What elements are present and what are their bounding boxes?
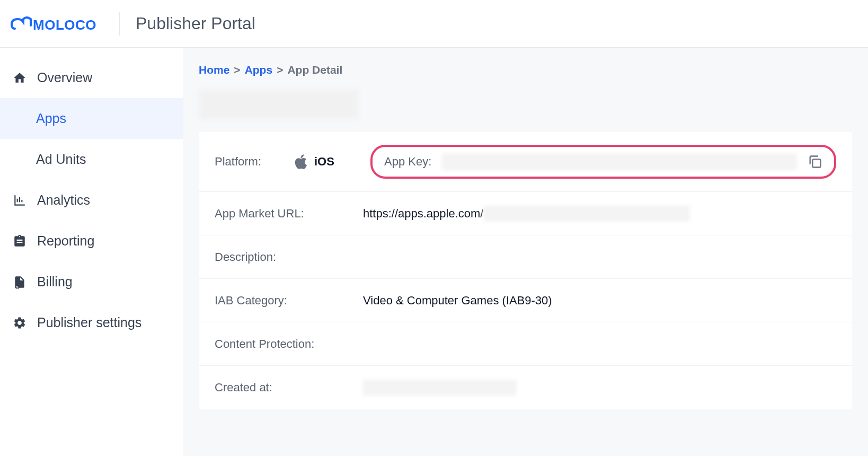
clipboard-icon [13, 234, 26, 248]
market-url-label: App Market URL: [215, 207, 363, 221]
breadcrumb: Home > Apps > App Detail [199, 64, 852, 76]
breadcrumb-apps[interactable]: Apps [245, 64, 273, 76]
platform-value: iOS [314, 155, 334, 169]
chart-icon [13, 194, 26, 207]
app-key-value-redacted [442, 153, 797, 170]
sidebar-item-label: Reporting [37, 233, 94, 249]
detail-row-iab: IAB Category: Video & Computer Games (IA… [199, 279, 852, 322]
iab-label: IAB Category: [215, 294, 363, 308]
main-content: Home > Apps > App Detail Platform: iOS [183, 48, 868, 456]
svg-rect-3 [812, 159, 820, 167]
sidebar-item-label: Publisher settings [37, 315, 141, 330]
svg-text:MOLOCO: MOLOCO [33, 17, 96, 33]
iab-value: Video & Computer Games (IAB9-30) [363, 294, 552, 308]
sidebar: Overview Apps Ad Units Analytics Reporti… [0, 48, 183, 456]
created-at-redacted [363, 380, 517, 396]
sidebar-item-label: Overview [37, 70, 92, 85]
sidebar-item-reporting[interactable]: Reporting [0, 221, 183, 261]
header-divider [119, 12, 120, 36]
app-key-highlight: App Key: [370, 145, 836, 179]
sidebar-item-label: Billing [37, 274, 73, 290]
sidebar-item-label: Analytics [37, 192, 90, 208]
sidebar-item-overview[interactable]: Overview [0, 57, 183, 98]
apple-icon [294, 154, 308, 170]
sidebar-item-adunits[interactable]: Ad Units [0, 139, 183, 180]
app-detail-card: Platform: iOS App Key: [199, 132, 852, 409]
detail-row-market-url: App Market URL: https://apps.apple.com/ [199, 192, 852, 235]
breadcrumb-separator: > [277, 64, 283, 76]
description-label: Description: [215, 250, 363, 264]
detail-row-platform-appkey: Platform: iOS App Key: [199, 132, 852, 192]
sidebar-item-label: Apps [36, 111, 66, 126]
file-dollar-icon: $ [13, 275, 26, 289]
gear-icon [13, 316, 26, 330]
sidebar-item-settings[interactable]: Publisher settings [0, 302, 183, 343]
app-title-redacted [199, 90, 358, 119]
moloco-logo-icon: MOLOCO [11, 12, 101, 36]
home-icon [13, 71, 26, 85]
app-key-label: App Key: [384, 155, 431, 169]
breadcrumb-separator: > [234, 64, 240, 76]
breadcrumb-home[interactable]: Home [199, 64, 229, 76]
sidebar-item-apps[interactable]: Apps [0, 98, 183, 139]
logo[interactable]: MOLOCO [11, 12, 101, 36]
market-url-prefix: https://apps.apple.com/ [363, 207, 483, 221]
portal-title: Publisher Portal [136, 14, 255, 33]
header: MOLOCO Publisher Portal [0, 0, 868, 48]
content-protection-label: Content Protection: [215, 337, 363, 351]
breadcrumb-current: App Detail [287, 64, 342, 76]
detail-row-created-at: Created at: [199, 366, 852, 409]
copy-icon[interactable] [808, 154, 822, 169]
sidebar-item-label: Ad Units [36, 152, 86, 167]
platform-label: Platform: [215, 155, 261, 169]
detail-row-content-protection: Content Protection: [199, 322, 852, 366]
detail-row-description: Description: [199, 235, 852, 279]
market-url-redacted [483, 206, 690, 222]
sidebar-item-billing[interactable]: $ Billing [0, 261, 183, 302]
sidebar-item-analytics[interactable]: Analytics [0, 180, 183, 221]
created-at-label: Created at: [215, 381, 363, 394]
svg-text:$: $ [16, 285, 19, 288]
